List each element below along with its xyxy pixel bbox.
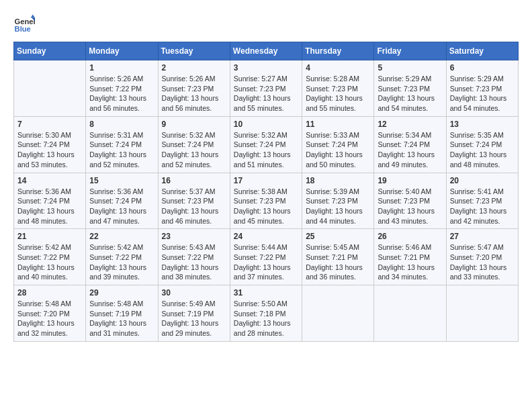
day-number: 9 <box>162 120 226 129</box>
calendar-cell: 28Sunrise: 5:48 AM Sunset: 7:20 PM Dayli… <box>14 285 86 342</box>
calendar-cell: 18Sunrise: 5:39 AM Sunset: 7:23 PM Dayli… <box>302 173 374 229</box>
calendar-cell: 25Sunrise: 5:45 AM Sunset: 7:21 PM Dayli… <box>302 229 374 285</box>
day-number: 11 <box>306 120 370 129</box>
day-info: Sunrise: 5:32 AM Sunset: 7:24 PM Dayligh… <box>162 130 226 170</box>
svg-text:Blue: Blue <box>15 25 31 33</box>
calendar-cell <box>374 285 446 342</box>
day-number: 17 <box>234 176 298 185</box>
day-number: 19 <box>378 176 442 185</box>
calendar-cell: 20Sunrise: 5:41 AM Sunset: 7:23 PM Dayli… <box>446 173 518 229</box>
day-info: Sunrise: 5:26 AM Sunset: 7:22 PM Dayligh… <box>89 74 154 113</box>
day-number: 16 <box>162 176 226 185</box>
calendar-cell: 13Sunrise: 5:35 AM Sunset: 7:24 PM Dayli… <box>446 116 518 173</box>
calendar-cell: 24Sunrise: 5:44 AM Sunset: 7:22 PM Dayli… <box>230 229 302 285</box>
day-info: Sunrise: 5:33 AM Sunset: 7:24 PM Dayligh… <box>306 130 370 170</box>
calendar-cell: 11Sunrise: 5:33 AM Sunset: 7:24 PM Dayli… <box>302 116 374 173</box>
day-number: 3 <box>234 63 298 73</box>
day-info: Sunrise: 5:37 AM Sunset: 7:23 PM Dayligh… <box>162 187 226 226</box>
day-info: Sunrise: 5:31 AM Sunset: 7:24 PM Dayligh… <box>89 130 154 170</box>
calendar-cell: 17Sunrise: 5:38 AM Sunset: 7:23 PM Dayli… <box>230 173 302 229</box>
column-header-tuesday: Tuesday <box>158 42 230 60</box>
calendar-cell <box>302 285 374 342</box>
day-info: Sunrise: 5:45 AM Sunset: 7:21 PM Dayligh… <box>306 242 370 282</box>
svg-marker-2 <box>31 15 35 18</box>
calendar-cell: 8Sunrise: 5:31 AM Sunset: 7:24 PM Daylig… <box>86 116 158 173</box>
day-info: Sunrise: 5:36 AM Sunset: 7:24 PM Dayligh… <box>17 187 82 226</box>
week-row-1: 1Sunrise: 5:26 AM Sunset: 7:22 PM Daylig… <box>14 60 519 117</box>
day-number: 2 <box>162 63 226 73</box>
day-info: Sunrise: 5:47 AM Sunset: 7:20 PM Dayligh… <box>450 242 515 282</box>
day-number: 1 <box>89 63 154 73</box>
day-number: 22 <box>89 232 154 241</box>
calendar-cell: 19Sunrise: 5:40 AM Sunset: 7:23 PM Dayli… <box>374 173 446 229</box>
day-info: Sunrise: 5:41 AM Sunset: 7:23 PM Dayligh… <box>450 187 515 226</box>
day-number: 7 <box>17 120 82 129</box>
calendar-cell: 10Sunrise: 5:32 AM Sunset: 7:24 PM Dayli… <box>230 116 302 173</box>
calendar-cell <box>446 285 518 342</box>
day-info: Sunrise: 5:36 AM Sunset: 7:24 PM Dayligh… <box>89 187 154 226</box>
day-info: Sunrise: 5:43 AM Sunset: 7:22 PM Dayligh… <box>162 242 226 282</box>
day-number: 30 <box>162 288 226 298</box>
day-info: Sunrise: 5:48 AM Sunset: 7:19 PM Dayligh… <box>89 299 154 338</box>
day-info: Sunrise: 5:26 AM Sunset: 7:23 PM Dayligh… <box>162 74 226 113</box>
calendar-cell: 4Sunrise: 5:28 AM Sunset: 7:23 PM Daylig… <box>302 60 374 117</box>
day-number: 10 <box>234 120 298 129</box>
day-number: 12 <box>378 120 442 129</box>
logo: General Blue <box>13 13 40 35</box>
calendar-cell: 7Sunrise: 5:30 AM Sunset: 7:24 PM Daylig… <box>14 116 86 173</box>
day-number: 26 <box>378 232 442 241</box>
day-info: Sunrise: 5:29 AM Sunset: 7:23 PM Dayligh… <box>378 74 442 113</box>
day-number: 5 <box>378 63 442 73</box>
calendar-cell: 3Sunrise: 5:27 AM Sunset: 7:23 PM Daylig… <box>230 60 302 117</box>
column-header-sunday: Sunday <box>14 42 86 60</box>
day-number: 27 <box>450 232 515 241</box>
day-number: 4 <box>306 63 370 73</box>
day-info: Sunrise: 5:29 AM Sunset: 7:23 PM Dayligh… <box>450 74 515 113</box>
calendar-cell: 1Sunrise: 5:26 AM Sunset: 7:22 PM Daylig… <box>86 60 158 117</box>
day-info: Sunrise: 5:49 AM Sunset: 7:19 PM Dayligh… <box>162 299 226 338</box>
day-info: Sunrise: 5:50 AM Sunset: 7:18 PM Dayligh… <box>234 299 298 338</box>
calendar-cell: 16Sunrise: 5:37 AM Sunset: 7:23 PM Dayli… <box>158 173 230 229</box>
column-header-thursday: Thursday <box>302 42 374 60</box>
calendar-cell: 31Sunrise: 5:50 AM Sunset: 7:18 PM Dayli… <box>230 285 302 342</box>
column-header-monday: Monday <box>86 42 158 60</box>
day-info: Sunrise: 5:42 AM Sunset: 7:22 PM Dayligh… <box>17 242 82 282</box>
calendar-cell: 9Sunrise: 5:32 AM Sunset: 7:24 PM Daylig… <box>158 116 230 173</box>
day-number: 24 <box>234 232 298 241</box>
calendar-header-row: SundayMondayTuesdayWednesdayThursdayFrid… <box>14 42 519 60</box>
day-number: 28 <box>17 288 82 298</box>
calendar-cell: 27Sunrise: 5:47 AM Sunset: 7:20 PM Dayli… <box>446 229 518 285</box>
day-number: 14 <box>17 176 82 185</box>
week-row-2: 7Sunrise: 5:30 AM Sunset: 7:24 PM Daylig… <box>14 116 519 173</box>
day-number: 18 <box>306 176 370 185</box>
day-info: Sunrise: 5:30 AM Sunset: 7:24 PM Dayligh… <box>17 130 82 170</box>
day-number: 13 <box>450 120 515 129</box>
column-header-wednesday: Wednesday <box>230 42 302 60</box>
column-header-saturday: Saturday <box>446 42 518 60</box>
day-info: Sunrise: 5:42 AM Sunset: 7:22 PM Dayligh… <box>89 242 154 282</box>
calendar-table: SundayMondayTuesdayWednesdayThursdayFrid… <box>13 42 519 342</box>
day-info: Sunrise: 5:38 AM Sunset: 7:23 PM Dayligh… <box>234 187 298 226</box>
day-info: Sunrise: 5:28 AM Sunset: 7:23 PM Dayligh… <box>306 74 370 113</box>
week-row-4: 21Sunrise: 5:42 AM Sunset: 7:22 PM Dayli… <box>14 229 519 285</box>
calendar-cell: 29Sunrise: 5:48 AM Sunset: 7:19 PM Dayli… <box>86 285 158 342</box>
calendar-cell: 23Sunrise: 5:43 AM Sunset: 7:22 PM Dayli… <box>158 229 230 285</box>
day-number: 25 <box>306 232 370 241</box>
day-info: Sunrise: 5:32 AM Sunset: 7:24 PM Dayligh… <box>234 130 298 170</box>
header: General Blue <box>13 13 519 35</box>
day-info: Sunrise: 5:46 AM Sunset: 7:21 PM Dayligh… <box>378 242 442 282</box>
day-number: 6 <box>450 63 515 73</box>
calendar-cell: 30Sunrise: 5:49 AM Sunset: 7:19 PM Dayli… <box>158 285 230 342</box>
day-info: Sunrise: 5:35 AM Sunset: 7:24 PM Dayligh… <box>450 130 515 170</box>
column-header-friday: Friday <box>374 42 446 60</box>
calendar-cell: 2Sunrise: 5:26 AM Sunset: 7:23 PM Daylig… <box>158 60 230 117</box>
week-row-3: 14Sunrise: 5:36 AM Sunset: 7:24 PM Dayli… <box>14 173 519 229</box>
calendar-cell: 12Sunrise: 5:34 AM Sunset: 7:24 PM Dayli… <box>374 116 446 173</box>
calendar-cell <box>14 60 86 117</box>
calendar-cell: 14Sunrise: 5:36 AM Sunset: 7:24 PM Dayli… <box>14 173 86 229</box>
day-number: 15 <box>89 176 154 185</box>
calendar-cell: 26Sunrise: 5:46 AM Sunset: 7:21 PM Dayli… <box>374 229 446 285</box>
day-info: Sunrise: 5:44 AM Sunset: 7:22 PM Dayligh… <box>234 242 298 282</box>
calendar-cell: 5Sunrise: 5:29 AM Sunset: 7:23 PM Daylig… <box>374 60 446 117</box>
calendar-cell: 21Sunrise: 5:42 AM Sunset: 7:22 PM Dayli… <box>14 229 86 285</box>
